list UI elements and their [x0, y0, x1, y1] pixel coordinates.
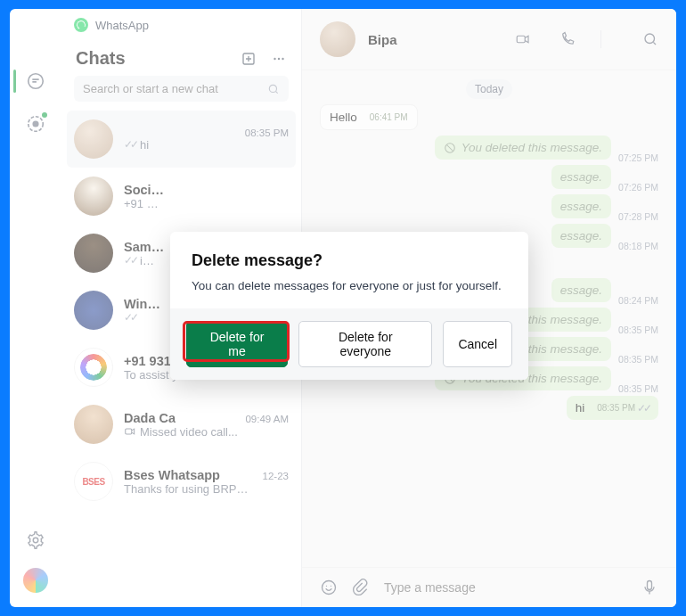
chat-time: 09:49 AM — [245, 414, 289, 424]
message-time: 08:35 PM — [597, 403, 635, 413]
avatar: BSES — [74, 462, 113, 501]
chat-name: Dada Ca — [124, 411, 176, 425]
svg-rect-17 — [648, 581, 652, 590]
chat-name: Sam… — [124, 240, 164, 254]
composer — [302, 567, 676, 607]
search-icon — [267, 83, 280, 95]
chat-item[interactable]: BSES Bses Whatsapp12-23 Thanks for using… — [61, 453, 301, 510]
dialog-body: You can delete messages for everyone or … — [192, 279, 507, 292]
day-chip: Today — [466, 79, 512, 99]
cancel-button[interactable]: Cancel — [443, 321, 512, 367]
chat-preview: Thanks for using BRP… — [124, 482, 248, 496]
chat-name: Soci… — [124, 183, 164, 197]
nav-strip — [10, 9, 61, 607]
chat-time: 08:35 PM — [245, 127, 289, 138]
app-name: WhatsApp — [95, 19, 149, 32]
nav-status-icon[interactable] — [26, 114, 45, 134]
new-chat-icon[interactable] — [241, 51, 257, 67]
chat-item[interactable]: 08:35 PM ✓✓hi — [67, 111, 296, 168]
app-header: WhatsApp — [61, 9, 301, 36]
attach-icon[interactable] — [352, 579, 370, 596]
svg-point-2 — [33, 121, 38, 127]
message-time: 07:28 PM — [618, 211, 658, 222]
message-time: 08:35 PM — [618, 324, 658, 335]
message-deleted[interactable]: essage. — [551, 224, 611, 248]
message-time: 07:25 PM — [618, 152, 658, 163]
chat-name: Win… — [124, 297, 160, 311]
delete-for-me-button[interactable]: Delete for me — [186, 321, 288, 367]
chat-preview: hi — [140, 138, 149, 152]
svg-point-16 — [323, 581, 336, 595]
delete-for-everyone-button[interactable]: Delete for everyone — [298, 321, 432, 367]
message-time: 07:26 PM — [618, 182, 658, 193]
svg-point-7 — [282, 57, 283, 59]
message-time: 08:24 PM — [618, 295, 658, 306]
avatar — [74, 348, 113, 387]
message-deleted[interactable]: You deleted this message. — [435, 136, 611, 160]
message-out[interactable]: hi08:35 PM✓✓ — [567, 396, 658, 420]
svg-rect-10 — [517, 36, 525, 43]
svg-rect-9 — [126, 429, 132, 434]
avatar — [74, 405, 113, 444]
chat-time: 12-23 — [263, 471, 289, 481]
voice-call-icon[interactable] — [559, 31, 576, 47]
message-time: 08:18 PM — [618, 241, 658, 251]
svg-point-3 — [33, 538, 38, 543]
settings-icon[interactable] — [26, 530, 45, 550]
message-in[interactable]: Hello 06:41 PM — [320, 104, 418, 130]
app-window: WhatsApp Chats 08:35 PM ✓✓hi — [10, 9, 676, 607]
chat-preview: +91 … — [124, 197, 159, 210]
message-text: hi — [576, 401, 585, 415]
mic-icon[interactable] — [641, 579, 658, 596]
video-icon — [124, 425, 136, 438]
more-icon[interactable] — [271, 51, 287, 67]
message-input[interactable] — [384, 580, 626, 595]
contact-name[interactable]: Bipa — [368, 32, 486, 47]
sidebar-title: Chats — [76, 48, 226, 69]
svg-point-11 — [645, 34, 655, 44]
message-deleted[interactable]: essage. — [551, 165, 611, 189]
avatar — [74, 177, 113, 216]
ticks-icon: ✓✓ — [124, 311, 136, 324]
avatar — [74, 291, 113, 330]
search-field[interactable] — [83, 82, 267, 95]
ticks-icon: ✓✓ — [124, 138, 136, 151]
emoji-icon[interactable] — [320, 579, 338, 596]
message-deleted[interactable]: essage. — [551, 194, 611, 218]
avatar — [74, 234, 113, 273]
message-time: 08:35 PM — [618, 383, 658, 394]
chat-item[interactable]: Dada Ca09:49 AM Missed video call... — [61, 396, 301, 453]
chat-preview: Missed video call... — [140, 425, 238, 439]
search-input[interactable] — [74, 76, 289, 102]
search-in-chat-icon[interactable] — [642, 31, 658, 47]
chat-item[interactable]: Soci… +91 … — [61, 168, 301, 225]
svg-point-5 — [274, 57, 275, 59]
svg-point-8 — [269, 85, 276, 92]
message-text: Hello — [330, 111, 357, 124]
chat-preview: i… — [140, 254, 154, 267]
message-deleted[interactable]: essage. — [551, 278, 611, 302]
ticks-icon: ✓✓ — [637, 402, 649, 415]
whatsapp-logo-icon — [74, 18, 88, 32]
contact-avatar[interactable] — [320, 21, 355, 57]
svg-point-0 — [29, 74, 44, 89]
blocked-icon — [444, 142, 456, 154]
dialog-title: Delete message? — [192, 251, 507, 270]
conversation-header: Bipa — [302, 9, 676, 70]
ticks-icon: ✓✓ — [124, 254, 136, 267]
video-call-icon[interactable] — [515, 31, 531, 47]
profile-avatar[interactable] — [23, 568, 48, 593]
chat-name: Bses Whatsapp — [124, 468, 220, 482]
divider — [600, 30, 601, 48]
message-time: 08:35 PM — [618, 354, 658, 365]
svg-point-6 — [278, 57, 280, 59]
message-time: 06:41 PM — [370, 112, 408, 122]
nav-chats-icon[interactable] — [26, 71, 45, 91]
delete-message-dialog: Delete message? You can delete messages … — [170, 232, 528, 380]
avatar — [74, 119, 113, 159]
